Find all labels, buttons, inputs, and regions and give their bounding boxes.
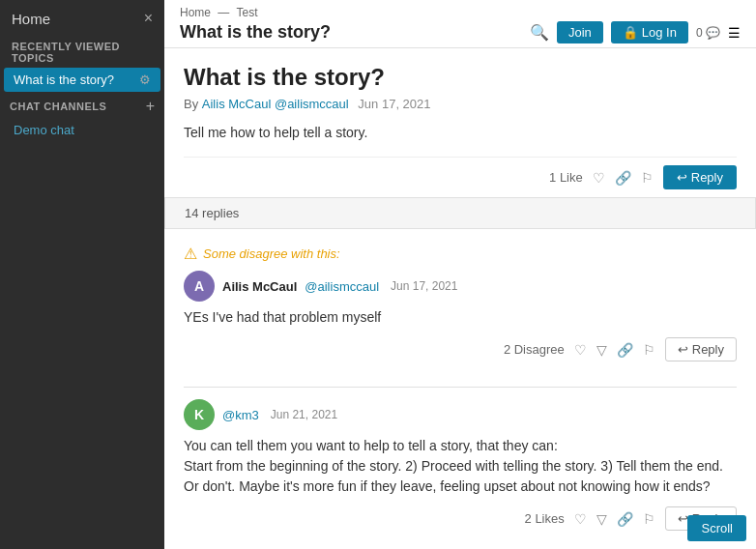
reply-actions-2: 2 Likes ♡ ▽ 🔗 ⚐ ↩ Reply	[184, 506, 737, 531]
reply-dislike-1[interactable]: ▽	[596, 342, 607, 358]
post-author[interactable]: Ailis McCaul	[202, 97, 272, 111]
scroll-button[interactable]: Scroll	[687, 515, 746, 541]
post-meta: By Ailis McCaul @ailismccaul Jun 17, 202…	[184, 97, 737, 111]
post-flag-button[interactable]: ⚐	[641, 170, 654, 186]
reply-header-2: K @km3 Jun 21, 2021	[184, 399, 737, 430]
reply-author-1[interactable]: Ailis McCaul	[222, 279, 297, 294]
reply-reply-label-1: Reply	[692, 342, 724, 357]
sidebar-active-topic[interactable]: What is the story? ⚙	[4, 68, 160, 92]
search-button[interactable]: 🔍	[530, 23, 549, 42]
reply-flag-2[interactable]: ⚐	[643, 511, 655, 527]
join-button[interactable]: Join	[557, 21, 603, 43]
reply-actions-1: 2 Disagree ♡ ▽ 🔗 ⚐ ↩ Reply	[184, 337, 737, 361]
reply-reply-icon-1: ↩	[678, 342, 688, 357]
content-area: What is the story? By Ailis McCaul @aili…	[164, 48, 756, 549]
demo-chat-channel[interactable]: Demo chat	[0, 119, 164, 141]
topbar: Home — Test What is the story? 🔍 Join 🔒 …	[164, 0, 756, 48]
reply-date-2: Jun 21, 2021	[271, 408, 337, 421]
replies-count-bar: 14 replies	[164, 197, 756, 229]
avatar-1: A	[184, 271, 215, 302]
reply-date-1: Jun 17, 2021	[391, 279, 457, 293]
reply-post-2: K @km3 Jun 21, 2021 You can tell them yo…	[184, 399, 737, 536]
post-body: Tell me how to help tell a story.	[184, 123, 737, 143]
breadcrumb-sep: —	[218, 6, 229, 19]
breadcrumb-home[interactable]: Home	[180, 6, 211, 19]
post-like-count: 1 Like	[549, 170, 583, 185]
replies-count: 14 replies	[185, 206, 239, 220]
reply-disagree-1: 2 Disagree	[504, 342, 565, 357]
main-content: Home — Test What is the story? 🔍 Join 🔒 …	[164, 0, 756, 549]
reply-header-1: A Ailis McCaul @ailismccaul Jun 17, 2021	[184, 271, 737, 302]
add-channel-icon[interactable]: +	[146, 98, 155, 115]
lock-icon: 🔒	[623, 25, 638, 40]
login-button[interactable]: 🔒 Log In	[611, 21, 688, 43]
post-date: Jun 17, 2021	[358, 97, 430, 111]
reply-likes-2: 2 Likes	[525, 511, 565, 526]
active-topic-label: What is the story?	[14, 72, 114, 87]
home-link[interactable]: Home	[12, 11, 50, 27]
breadcrumb: Home — Test	[180, 6, 741, 19]
breadcrumb-test[interactable]: Test	[236, 6, 257, 19]
reply-link-1[interactable]: 🔗	[617, 342, 633, 358]
chat-channels-label: CHAT CHANNELS	[10, 101, 106, 112]
page-title: What is the story?	[180, 22, 331, 43]
sidebar: Home × RECENTLY VIEWED TOPICS What is th…	[0, 0, 164, 549]
post-like-button[interactable]: ♡	[593, 170, 605, 186]
gear-icon[interactable]: ⚙	[139, 72, 151, 87]
reply-handle-2[interactable]: @km3	[222, 408, 259, 422]
menu-icon[interactable]: ☰	[728, 25, 741, 41]
divider-1	[184, 387, 737, 388]
reply-body-2: You can tell them you want to help to te…	[184, 436, 737, 497]
post-handle[interactable]: @ailismccaul	[275, 97, 349, 111]
search-icon: 🔍	[530, 24, 549, 41]
warning-text-1: Some disagree with this:	[203, 246, 340, 261]
post-actions: 1 Like ♡ 🔗 ⚐ ↩ Reply	[184, 157, 737, 197]
reply-flag-1[interactable]: ⚐	[643, 342, 655, 358]
close-icon[interactable]: ×	[144, 10, 153, 27]
by-label: By	[184, 97, 198, 111]
reply-icon: ↩	[677, 170, 687, 185]
reply-body-1: YEs I've had that problem myself	[184, 307, 737, 328]
post-reply-label: Reply	[691, 170, 723, 185]
reply-dislike-2[interactable]: ▽	[596, 511, 607, 527]
login-label: Log In	[642, 25, 677, 40]
reply-handle-1[interactable]: @ailismccaul	[305, 279, 379, 294]
notification-count: 0 💬	[696, 26, 720, 40]
avatar-2: K	[184, 399, 215, 430]
post-reply-button[interactable]: ↩ Reply	[663, 165, 737, 189]
chat-channels-section: CHAT CHANNELS +	[0, 92, 164, 119]
reply-post-1: ⚠ Some disagree with this: A Ailis McCau…	[184, 245, 737, 367]
post-title: What is the story?	[184, 64, 737, 91]
topbar-actions: 🔍 Join 🔒 Log In 0 💬 ☰	[530, 21, 741, 43]
reply-like-2[interactable]: ♡	[574, 511, 587, 527]
chat-bubble-icon: 💬	[706, 26, 720, 40]
reply-reply-button-1[interactable]: ↩ Reply	[665, 337, 737, 361]
reply-like-1[interactable]: ♡	[574, 342, 587, 358]
content-wrapper: What is the story? By Ailis McCaul @aili…	[164, 48, 756, 549]
reply-reply-icon-2: ↩	[678, 511, 688, 526]
post-link-button[interactable]: 🔗	[615, 170, 631, 186]
warning-banner-1: ⚠ Some disagree with this:	[184, 245, 737, 263]
warning-icon: ⚠	[184, 245, 197, 263]
reply-link-2[interactable]: 🔗	[617, 511, 633, 527]
recently-viewed-label: RECENTLY VIEWED TOPICS	[0, 35, 164, 68]
